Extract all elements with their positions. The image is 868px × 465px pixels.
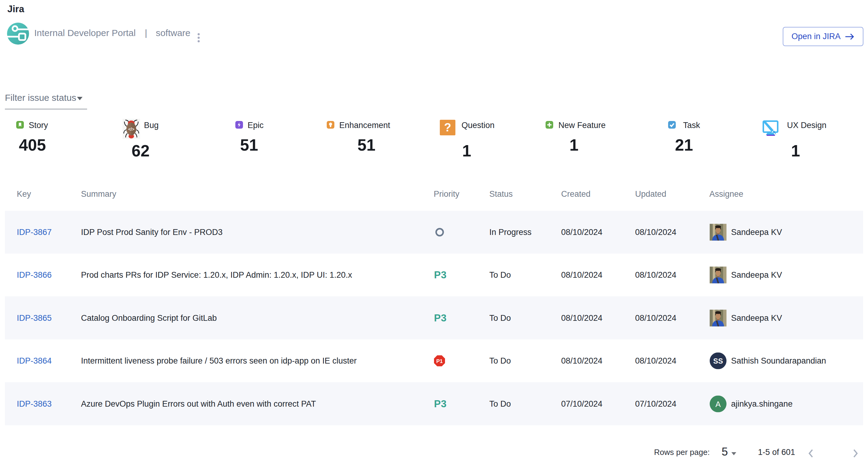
svg-text:?: ?: [444, 121, 451, 134]
svg-text:SS: SS: [713, 357, 723, 365]
svg-text:A: A: [715, 399, 721, 408]
svg-text:</>: </>: [128, 127, 134, 132]
svg-text:P1: P1: [436, 358, 443, 364]
